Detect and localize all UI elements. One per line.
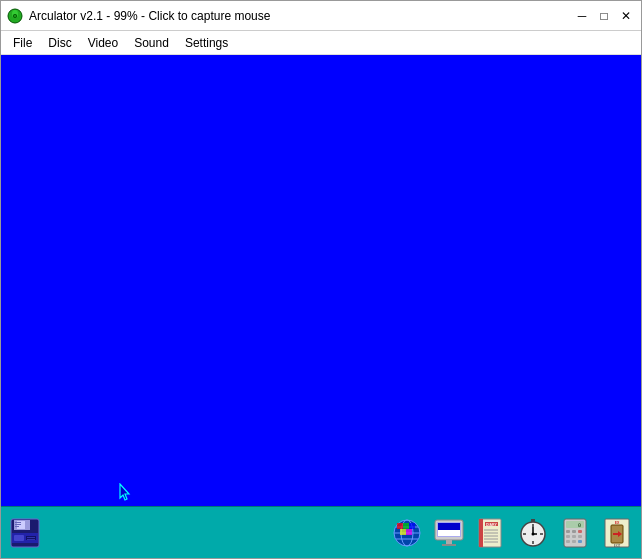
minimize-button[interactable]: ─ (573, 7, 591, 25)
titlebar-controls: ─ □ ✕ (573, 7, 635, 25)
svg-rect-24 (400, 529, 406, 535)
network-icon[interactable] (387, 513, 427, 553)
svg-rect-33 (479, 519, 483, 547)
emulator-cursor (119, 483, 133, 501)
floppy-drive-icon[interactable] (5, 513, 45, 553)
svg-rect-30 (446, 540, 452, 544)
app-icon (7, 8, 23, 24)
titlebar: Arculator v2.1 - 99% - Click to capture … (1, 1, 641, 31)
svg-rect-58 (578, 535, 582, 538)
svg-rect-22 (403, 523, 409, 529)
menu-item-sound[interactable]: Sound (126, 34, 177, 52)
svg-rect-49 (531, 519, 535, 522)
svg-rect-31 (442, 544, 456, 546)
svg-rect-23 (409, 523, 415, 529)
svg-rect-15 (15, 526, 19, 527)
taskbar-right-icons: DIARY (387, 513, 637, 553)
svg-point-48 (532, 532, 535, 535)
menu-item-settings[interactable]: Settings (177, 34, 236, 52)
svg-rect-54 (572, 530, 576, 533)
svg-rect-29 (438, 530, 460, 536)
svg-rect-25 (406, 529, 412, 535)
svg-rect-59 (566, 540, 570, 543)
svg-rect-14 (15, 524, 21, 525)
maximize-button[interactable]: □ (595, 7, 613, 25)
close-button[interactable]: ✕ (617, 7, 635, 25)
svg-rect-55 (578, 530, 582, 533)
svg-text:0: 0 (578, 522, 581, 528)
svg-rect-21 (397, 523, 403, 529)
svg-point-3 (14, 15, 16, 17)
svg-marker-4 (120, 484, 129, 500)
svg-rect-53 (566, 530, 570, 533)
exit-icon[interactable]: EXIT EX (597, 513, 637, 553)
svg-text:EXIT: EXIT (614, 544, 621, 548)
menubar: FileDiscVideoSoundSettings (1, 31, 641, 55)
svg-text:EX: EX (615, 521, 620, 525)
svg-rect-57 (572, 535, 576, 538)
clock-icon[interactable] (513, 513, 553, 553)
svg-text:DIARY: DIARY (486, 523, 497, 527)
svg-rect-12 (27, 539, 35, 540)
svg-rect-11 (27, 537, 35, 538)
menu-item-video[interactable]: Video (80, 34, 126, 52)
svg-rect-61 (578, 540, 582, 543)
svg-rect-51 (566, 521, 584, 528)
diary-icon[interactable]: DIARY (471, 513, 511, 553)
svg-rect-13 (15, 522, 21, 523)
emulator-screen[interactable] (1, 55, 641, 506)
titlebar-title: Arculator v2.1 - 99% - Click to capture … (29, 9, 270, 23)
titlebar-left: Arculator v2.1 - 99% - Click to capture … (7, 8, 270, 24)
taskbar: DIARY (1, 506, 641, 558)
display-icon[interactable] (429, 513, 469, 553)
svg-rect-60 (572, 540, 576, 543)
menu-item-disc[interactable]: Disc (40, 34, 79, 52)
svg-rect-28 (438, 523, 460, 530)
svg-rect-56 (566, 535, 570, 538)
app-window: Arculator v2.1 - 99% - Click to capture … (0, 0, 642, 559)
menu-item-file[interactable]: File (5, 34, 40, 52)
calculator-icon[interactable]: 0 (555, 513, 595, 553)
svg-rect-9 (14, 535, 24, 541)
